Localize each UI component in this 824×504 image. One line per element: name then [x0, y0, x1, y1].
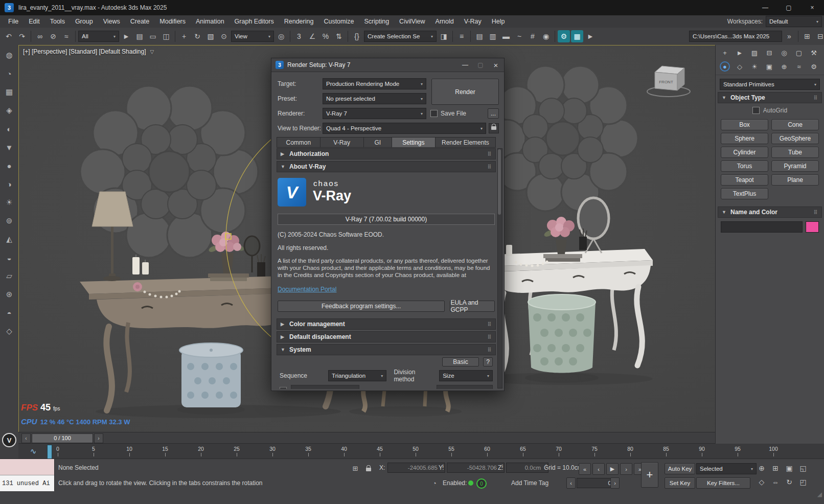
rollout-about-vray[interactable]: ▼ About V-Ray ⠿	[277, 161, 496, 172]
curve-editor-icon[interactable]: ~	[513, 30, 525, 42]
category-space-warps-icon[interactable]: ≈	[794, 61, 804, 72]
selection-filter-dropdown[interactable]: All ▾	[78, 31, 119, 42]
play-button[interactable]: ▶	[606, 463, 619, 475]
division-method-dropdown[interactable]: Size ▾	[439, 370, 493, 381]
tab-common[interactable]: Common	[277, 137, 321, 148]
menu-rendering[interactable]: Rendering	[279, 18, 319, 25]
menu-customize[interactable]: Customize	[318, 18, 359, 25]
resize-grip[interactable]: ◢	[817, 491, 822, 498]
left-tool-icon[interactable]: ◐	[3, 123, 15, 135]
menu-views[interactable]: Views	[98, 18, 125, 25]
close-button[interactable]: ×	[800, 0, 824, 15]
previous-frame-button[interactable]: ‹	[592, 463, 605, 475]
set-key-button[interactable]: Set Key	[665, 477, 695, 489]
time-slider[interactable]: 0 / 100	[32, 433, 93, 443]
use-pivot-center-icon[interactable]: ◎	[275, 30, 287, 42]
object-color-swatch[interactable]	[806, 221, 819, 233]
maximize-button[interactable]: ▢	[777, 0, 800, 15]
torus-button[interactable]: Torus	[721, 161, 768, 172]
view-to-render-dropdown[interactable]: Quad 4 - Perspective ▾	[323, 123, 486, 134]
field-of-view-icon[interactable]: ◇	[756, 476, 768, 488]
menu-tools[interactable]: Tools	[45, 18, 70, 25]
tab-settings[interactable]: Settings	[392, 137, 436, 148]
tab-motion-icon[interactable]: ◎	[779, 48, 789, 58]
angle-snap-icon[interactable]: ∠	[306, 30, 318, 42]
bind-to-space-warp-icon[interactable]: ≈	[60, 30, 73, 42]
tab-hierarchy-icon[interactable]: ⊟	[764, 48, 774, 58]
render-button[interactable]: Render	[431, 79, 499, 105]
tab-vray[interactable]: V-Ray	[321, 137, 364, 148]
redo-icon[interactable]: ↷	[16, 30, 28, 42]
left-tool-icon[interactable]: ◒	[3, 251, 15, 264]
z-coordinate-field[interactable]: 0.0cm ▴▾	[506, 463, 548, 473]
autogrid-checkbox[interactable]	[752, 107, 760, 114]
orbit-icon[interactable]: ↻	[783, 476, 795, 488]
dialog-titlebar[interactable]: 3 Render Setup: V-Ray 7 — ▢ ×	[271, 58, 504, 72]
left-tool-icon[interactable]: ⊛	[3, 288, 15, 301]
menu-edit[interactable]: Edit	[24, 18, 45, 25]
left-tool-icon[interactable]: ◍	[3, 49, 15, 61]
next-frame-button[interactable]: ›	[620, 463, 632, 475]
project-folder-field[interactable]: C:\Users\Cas...3ds Max 2025	[689, 31, 782, 42]
dialog-scrollbar[interactable]	[497, 148, 502, 388]
menu-arnold[interactable]: Arnold	[430, 18, 459, 25]
frame-step-back-button[interactable]: ‹	[566, 477, 576, 489]
menu-graph-editors[interactable]: Graph Editors	[230, 18, 279, 25]
category-cameras-icon[interactable]: ▣	[764, 61, 774, 72]
spinner-snap-icon[interactable]: ⇅	[333, 30, 345, 42]
menu-group[interactable]: Group	[70, 18, 98, 25]
scrollbar-thumb[interactable]	[498, 149, 501, 215]
geosphere-button[interactable]: GeoSphere	[771, 133, 819, 144]
selection-lock-icon[interactable]	[363, 463, 374, 473]
select-by-name-icon[interactable]: ▤	[133, 30, 146, 42]
listener-pane[interactable]: 131 unused Ai	[0, 475, 54, 491]
rollout-object-type[interactable]: ▼ Object Type ⠿	[718, 92, 822, 103]
workspace-dropdown[interactable]: Default ▾	[766, 16, 822, 27]
tab-render-elements[interactable]: Render Elements	[436, 137, 496, 148]
layer-explorer-icon[interactable]: ▥	[487, 30, 499, 42]
rollout-name-and-color[interactable]: ▼ Name and Color ⠿	[718, 207, 822, 218]
select-object-icon[interactable]: ►	[120, 30, 132, 42]
category-shapes-icon[interactable]: ◇	[735, 61, 745, 72]
undo-icon[interactable]: ↶	[3, 30, 15, 42]
dialog-minimize-button[interactable]: —	[461, 61, 469, 68]
box-button[interactable]: Box	[721, 119, 768, 130]
select-and-move-icon[interactable]: +	[178, 30, 190, 42]
material-editor-icon[interactable]: ◉	[540, 30, 552, 42]
left-tool-icon[interactable]: ▦	[3, 86, 15, 98]
tab-modify-icon[interactable]: ▨	[749, 48, 760, 58]
primitive-category-dropdown[interactable]: Standard Primitives ▾	[720, 79, 820, 90]
maxscript-mini-listener[interactable]: 131 unused Ai	[0, 459, 55, 491]
align-icon[interactable]: ≡	[455, 30, 468, 42]
add-time-tag[interactable]: Add Time Tag	[511, 479, 548, 487]
left-tool-icon[interactable]: ◇	[3, 325, 15, 337]
sequence-dropdown[interactable]: Triangulation ▾	[328, 370, 386, 381]
key-filters-button[interactable]: Key Filters...	[696, 477, 750, 489]
left-tool-icon[interactable]: ●	[3, 159, 15, 172]
frame-step-forward-button[interactable]: ›	[610, 477, 620, 489]
vray-toolbar-icon[interactable]: V	[2, 433, 16, 447]
object-name-input[interactable]	[721, 221, 803, 233]
rollout-default-displacement[interactable]: ▶ Default displacement ⠿	[277, 331, 496, 342]
category-lights-icon[interactable]: ☀	[749, 61, 760, 72]
left-tool-icon[interactable]: ▼	[3, 141, 15, 153]
rendered-frame-window-icon[interactable]: ▦	[571, 30, 583, 42]
dialog-maximize-button[interactable]: ▢	[476, 61, 485, 68]
minimize-button[interactable]: —	[753, 0, 777, 15]
unlink-selection-icon[interactable]: ⊘	[47, 30, 59, 42]
help-button[interactable]: ?	[483, 357, 493, 366]
range-prev-button[interactable]: ‹	[21, 433, 31, 443]
preset-dropdown[interactable]: No preset selected ▾	[323, 93, 426, 104]
plane-button[interactable]: Plane	[771, 174, 819, 186]
documentation-portal-link[interactable]: Documentation Portal	[278, 286, 336, 293]
tab-create-icon[interactable]: ►	[735, 48, 745, 58]
selection-set-dropdown[interactable]: Selected ▾	[696, 463, 757, 474]
panel-add-icon[interactable]: +	[720, 48, 730, 58]
zoom-region-icon[interactable]: ◱	[797, 462, 809, 474]
category-systems-icon[interactable]: ⚙	[809, 61, 819, 72]
lock-view-button[interactable]	[489, 123, 499, 133]
macro-recorder-pane[interactable]	[0, 459, 54, 475]
menu-animation[interactable]: Animation	[191, 18, 230, 25]
maximize-viewport-icon[interactable]: ◰	[797, 476, 809, 488]
asset-library-icon[interactable]: ⊞	[801, 30, 813, 42]
